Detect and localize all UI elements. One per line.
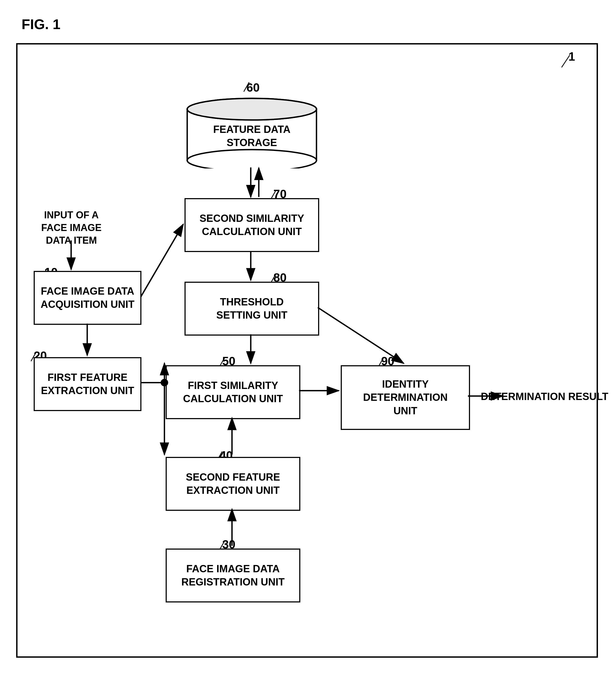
fig-label: FIG. 1: [22, 16, 60, 32]
second-feature-extraction-unit: SECOND FEATURE EXTRACTION UNIT: [166, 457, 300, 511]
first-feature-extraction-unit: FIRST FEATURE EXTRACTION UNIT: [34, 357, 141, 411]
ref-1-tick: [553, 53, 575, 69]
identity-determination-unit: IDENTITY DETERMINATION UNIT: [341, 365, 470, 430]
ref-60-tick: [241, 79, 257, 93]
face-image-registration-unit: FACE IMAGE DATA REGISTRATION UNIT: [166, 549, 300, 603]
svg-point-3: [187, 150, 316, 168]
determination-result-label: DETERMINATION RESULT: [481, 391, 609, 402]
face-image-acquisition-unit: FACE IMAGE DATA ACQUISITION UNIT: [34, 271, 141, 325]
first-similarity-unit: FIRST SIMILARITY CALCULATION UNIT: [166, 365, 300, 419]
input-face-label: INPUT OF A FACE IMAGE DATA ITEM: [34, 209, 109, 247]
svg-line-0: [561, 55, 570, 67]
second-similarity-unit: SECOND SIMILARITY CALCULATION UNIT: [184, 198, 319, 252]
threshold-setting-unit: THRESHOLD SETTING UNIT: [184, 282, 319, 335]
svg-line-1: [244, 82, 249, 92]
diagram-container: 1 60 FEATURE DATA STORAGE 70 SECOND SIMI…: [16, 43, 598, 658]
feature-data-storage: FEATURE DATA STORAGE: [184, 93, 319, 168]
svg-line-23: [141, 224, 183, 297]
feature-data-storage-label: FEATURE DATA STORAGE: [213, 123, 290, 150]
